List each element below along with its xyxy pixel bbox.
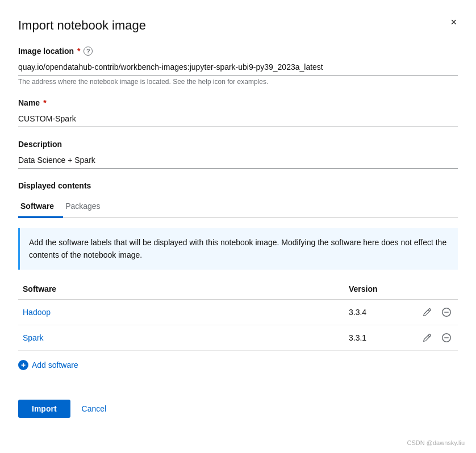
tab-packages[interactable]: Packages [63,196,109,218]
watermark: CSDN @dawnsky.liu [407,439,465,446]
edit-button[interactable] [420,332,434,343]
image-location-input[interactable] [18,59,458,76]
actions-cell [412,299,458,325]
image-location-label: Image location * ? [18,47,458,56]
info-message: Add the software labels that will be dis… [18,228,458,270]
name-field-group: Name * [18,98,458,127]
image-location-group: Image location * ? The address where the… [18,47,458,86]
remove-button[interactable] [440,307,453,318]
table-row: Hadoop 3.3.4 [18,299,458,325]
dialog-title: Import notebook image [18,18,458,33]
software-cell[interactable]: Spark [18,325,344,350]
add-software-label: Add software [32,360,78,370]
tabs-container: Software Packages [18,196,458,218]
description-input[interactable] [18,152,458,169]
software-cell[interactable]: Hadoop [18,299,344,325]
import-button[interactable]: Import [18,400,70,418]
cancel-button[interactable]: Cancel [80,400,109,418]
image-location-help-icon[interactable]: ? [83,47,93,56]
description-label: Description [18,140,458,149]
description-field-group: Description [18,140,458,169]
remove-button[interactable] [440,332,453,343]
name-label: Name * [18,98,458,107]
import-notebook-dialog: Import notebook image × Image location *… [0,0,476,453]
actions-cell [412,325,458,350]
name-input[interactable] [18,111,458,127]
image-location-hint: The address where the notebook image is … [18,78,458,86]
version-cell: 3.3.1 [344,325,412,350]
tab-software[interactable]: Software [18,196,63,218]
plus-circle-icon: + [18,360,28,370]
table-row: Spark 3.3.1 [18,325,458,350]
displayed-contents-group: Displayed contents Software Packages Add… [18,181,458,370]
edit-button[interactable] [420,307,434,318]
displayed-contents-title: Displayed contents [18,181,458,190]
col-header-actions [412,279,458,300]
close-button[interactable]: × [447,16,460,28]
add-software-button[interactable]: + Add software [18,360,458,370]
software-table: Software Version Hadoop 3.3.4 [18,279,458,351]
col-header-software: Software [18,279,344,300]
col-header-version: Version [344,279,412,300]
dialog-footer: Import Cancel [18,388,458,418]
version-cell: 3.3.4 [344,299,412,325]
